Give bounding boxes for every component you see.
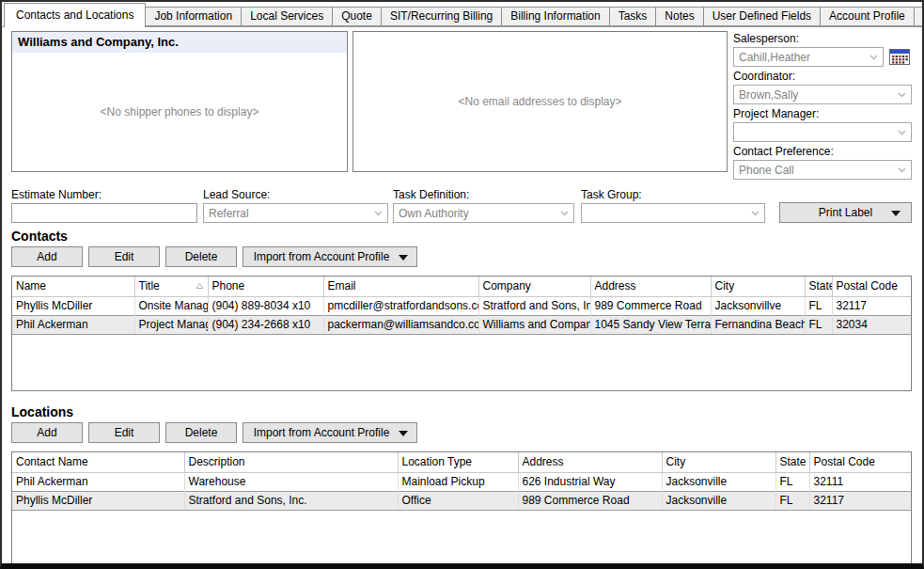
- location-cell-city[interactable]: Jacksonville: [662, 472, 775, 491]
- chevron-down-icon: [898, 130, 906, 135]
- tab-notes[interactable]: Notes: [655, 7, 703, 26]
- column-header-city[interactable]: City: [711, 277, 805, 296]
- tab-sit-recurring-billing[interactable]: SIT/Recurring Billing: [381, 7, 502, 26]
- location-cell-location-type[interactable]: Office: [398, 491, 518, 510]
- contact-cell-city[interactable]: Jacksonvillve: [711, 296, 805, 315]
- chevron-down-icon: [898, 167, 906, 173]
- estimate-number-input[interactable]: [11, 203, 197, 223]
- contact-cell-name[interactable]: Phil Ackerman: [12, 315, 134, 334]
- contact-row[interactable]: Phil Ackerman Project Manager (904) 234-…: [12, 315, 911, 334]
- contact-preference-select[interactable]: Phone Call: [733, 160, 912, 180]
- chevron-down-icon: [374, 211, 383, 216]
- contact-cell-state[interactable]: FL: [805, 296, 832, 315]
- salesperson-select[interactable]: Cahill,Heather: [733, 47, 884, 67]
- estimate-number-label: Estimate Number:: [11, 188, 197, 201]
- column-header-contact-name[interactable]: Contact Name: [12, 452, 184, 472]
- project-manager-select[interactable]: [733, 122, 912, 142]
- locations-import-button[interactable]: Import from Account Profile: [243, 422, 417, 443]
- tab-quote[interactable]: Quote: [332, 7, 382, 26]
- contact-cell-company[interactable]: Stratford and Sons, Inc.: [478, 296, 590, 315]
- shipper-phones-list[interactable]: Williams and Company, Inc. <No shipper p…: [11, 31, 348, 172]
- contacts-edit-button[interactable]: Edit: [88, 246, 160, 267]
- tab-local-services[interactable]: Local Services: [241, 7, 333, 26]
- locations-edit-button[interactable]: Edit: [88, 422, 160, 443]
- people-fields: Salesperson: Cahill,Heather: [733, 31, 912, 182]
- contact-cell-email[interactable]: pmcdiller@stratfordandsons.com: [323, 296, 478, 315]
- location-cell-description[interactable]: Warehouse: [184, 472, 398, 491]
- location-cell-city[interactable]: Jacksonville: [662, 491, 775, 510]
- tab-job-information[interactable]: Job Information: [145, 7, 242, 26]
- contact-cell-postal[interactable]: 32117: [832, 296, 911, 315]
- locations-header-row: Contact Name Description Location Type A…: [12, 452, 911, 472]
- print-label-button[interactable]: Print Label: [779, 202, 912, 223]
- column-header-postal-code[interactable]: Postal Code: [832, 277, 911, 296]
- locations-add-button[interactable]: Add: [11, 422, 83, 443]
- contact-cell-phone[interactable]: (904) 234-2668 x10: [208, 315, 323, 334]
- contact-cell-title[interactable]: Project Manager: [134, 315, 208, 334]
- tab-agents[interactable]: Agents: [914, 7, 924, 26]
- contact-cell-city[interactable]: Fernandina Beach: [711, 315, 805, 334]
- shipper-phones-empty-text: <No shipper phones to display>: [12, 53, 347, 171]
- tab-billing-information[interactable]: Billing Information: [501, 7, 609, 26]
- tab-tasks[interactable]: Tasks: [609, 7, 657, 26]
- task-definition-field: Task Definition: Own Authority: [393, 187, 574, 223]
- tab-contacts-and-locations[interactable]: Contacts and Locations: [4, 3, 146, 27]
- contacts-import-button[interactable]: Import from Account Profile: [243, 246, 417, 267]
- location-cell-contact-name[interactable]: Phyllis McDiller: [12, 491, 184, 510]
- contacts-delete-button[interactable]: Delete: [165, 246, 237, 267]
- coordinator-value: Brown,Sally: [739, 88, 898, 102]
- contact-cell-postal[interactable]: 32034: [832, 315, 911, 334]
- contact-cell-name[interactable]: Phyllis McDiller: [12, 296, 134, 315]
- column-header-title[interactable]: Title: [134, 277, 208, 296]
- locations-delete-button[interactable]: Delete: [165, 422, 237, 443]
- column-header-address[interactable]: Address: [518, 452, 662, 472]
- contacts-import-button-text: Import from Account Profile: [254, 250, 390, 263]
- tab-account-profile[interactable]: Account Profile: [820, 7, 915, 26]
- location-cell-contact-name[interactable]: Phil Ackerman: [12, 472, 184, 491]
- project-manager-label: Project Manager:: [733, 107, 912, 120]
- location-cell-postal[interactable]: 32117: [809, 491, 911, 510]
- location-cell-postal[interactable]: 32111: [809, 472, 911, 491]
- column-header-description[interactable]: Description: [184, 452, 398, 472]
- contacts-add-button[interactable]: Add: [11, 246, 83, 267]
- contact-cell-address[interactable]: 989 Commerce Road: [590, 296, 711, 315]
- location-cell-address[interactable]: 626 Industrial Way: [518, 472, 662, 491]
- column-header-state[interactable]: State: [775, 452, 809, 472]
- column-header-name[interactable]: Name: [12, 277, 134, 296]
- location-cell-location-type[interactable]: Mainload Pickup: [398, 472, 518, 491]
- location-row[interactable]: Phil Ackerman Warehouse Mainload Pickup …: [12, 472, 911, 491]
- location-cell-description[interactable]: Stratford and Sons, Inc.: [184, 491, 398, 510]
- lead-source-select[interactable]: Referral: [203, 203, 388, 223]
- tab-user-defined-fields[interactable]: User Defined Fields: [703, 7, 821, 26]
- contact-row[interactable]: Phyllis McDiller Onsite Manager (904) 88…: [12, 296, 911, 315]
- location-row[interactable]: Phyllis McDiller Stratford and Sons, Inc…: [12, 491, 911, 510]
- location-cell-state[interactable]: FL: [775, 491, 809, 510]
- contact-cell-address[interactable]: 1045 Sandy View Terrace: [590, 315, 711, 334]
- contact-cell-company[interactable]: Williams and Company, Inc.: [478, 315, 590, 334]
- contact-cell-state[interactable]: FL: [805, 315, 832, 334]
- salesperson-value: Cahill,Heather: [739, 51, 869, 64]
- coordinator-select[interactable]: Brown,Sally: [733, 85, 912, 104]
- chevron-down-icon: [869, 55, 878, 60]
- contact-cell-phone[interactable]: (904) 889-8034 x10: [208, 296, 323, 315]
- column-header-address[interactable]: Address: [590, 277, 711, 296]
- contact-cell-email[interactable]: packerman@williamsandco.com: [323, 315, 478, 334]
- column-header-phone[interactable]: Phone: [208, 277, 323, 296]
- salesperson-calendar-button[interactable]: [889, 49, 910, 65]
- task-group-select[interactable]: [581, 203, 765, 223]
- column-header-email[interactable]: Email: [323, 277, 478, 296]
- location-cell-state[interactable]: FL: [775, 472, 809, 491]
- column-header-postal-code[interactable]: Postal Code: [809, 452, 911, 472]
- email-addresses-list[interactable]: <No email addresses to display>: [352, 31, 728, 172]
- dropdown-arrow-icon: [891, 211, 901, 216]
- contact-cell-title[interactable]: Onsite Manager: [134, 296, 208, 315]
- tab-bar: Contacts and Locations Job Information L…: [2, 2, 922, 27]
- task-definition-select[interactable]: Own Authority: [393, 203, 574, 223]
- column-header-state[interactable]: State: [805, 277, 832, 296]
- column-header-city[interactable]: City: [662, 452, 775, 472]
- column-header-location-type[interactable]: Location Type: [398, 452, 518, 472]
- location-cell-address[interactable]: 989 Commerce Road: [518, 491, 662, 510]
- column-header-company[interactable]: Company: [478, 277, 590, 296]
- dropdown-arrow-icon: [399, 255, 408, 261]
- task-group-field: Task Group:: [581, 187, 765, 223]
